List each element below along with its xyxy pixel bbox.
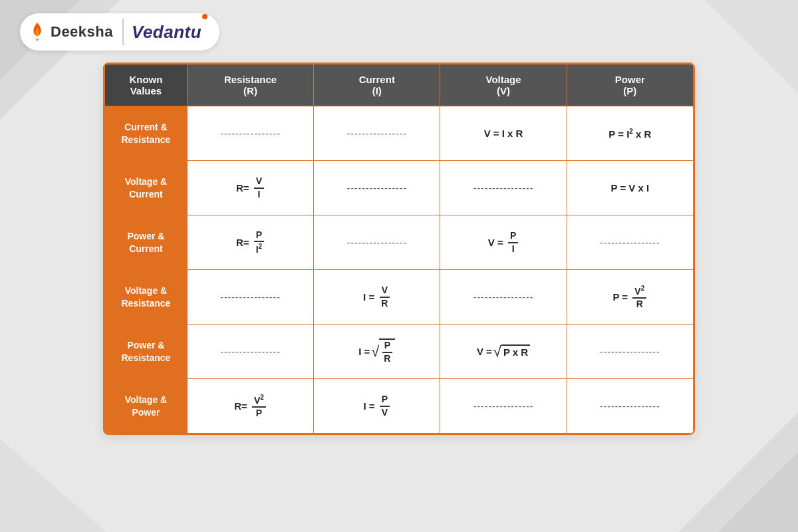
current-cell: I = V R [314,270,440,325]
deeksha-logo: Deeksha [28,21,113,43]
voltage-cell: V = P I [440,215,567,270]
voltage-cell: ---------------- [440,270,567,325]
logo-bar: Deeksha Vedantu [20,13,778,51]
deeksha-text: Deeksha [51,23,113,41]
deeksha-flame-icon [28,21,47,43]
table-row: Power &Current R= P I2 ---------------- [105,215,694,270]
known-values-cell: Power &Current [105,215,188,270]
known-values-cell: Voltage &Current [105,161,188,215]
resistance-cell: ---------------- [187,106,313,161]
known-values-cell: Voltage &Resistance [105,270,188,325]
resistance-cell: R= V I [187,161,313,215]
table-row: Voltage &Resistance ---------------- I =… [105,270,694,325]
known-values-cell: Voltage &Power [105,379,188,434]
resistance-cell: ---------------- [187,270,313,325]
voltage-cell: V = I x R [440,106,567,161]
vedantu-dot-icon [202,14,207,19]
resistance-cell: R= V2 P [187,379,313,434]
header-resistance: Resistance(R) [187,65,313,106]
header-power: Power(P) [567,65,693,106]
current-cell: ---------------- [314,106,440,161]
known-values-cell: Current &Resistance [105,106,188,161]
power-cell: P = V2 R [567,270,693,325]
power-cell: P = V x I [567,161,693,215]
formula-table-wrapper: KnownValues Resistance(R) Current(I) Vol… [103,63,695,435]
page-wrapper: Deeksha Vedantu KnownValues Resistance(R… [0,0,798,532]
voltage-cell: ---------------- [440,161,567,215]
power-cell: ---------------- [567,325,693,379]
formula-table: KnownValues Resistance(R) Current(I) Vol… [104,64,694,434]
current-cell: ---------------- [314,161,440,215]
voltage-cell: V = √ P x R [440,325,567,379]
header-current: Current(I) [314,65,440,106]
logo-container: Deeksha Vedantu [20,13,219,51]
table-header-row: KnownValues Resistance(R) Current(I) Vol… [105,65,694,106]
power-cell: P = I2 x R [567,106,693,161]
logo-divider [122,19,124,45]
current-cell: ---------------- [314,215,440,270]
voltage-cell: ---------------- [440,379,567,434]
vedantu-text: Vedantu [132,22,201,43]
table-row: Voltage &Power R= V2 P I = [105,379,694,434]
known-values-cell: Power &Resistance [105,325,188,379]
table-row: Power &Resistance ---------------- I = √ [105,325,694,379]
resistance-cell: R= P I2 [187,215,313,270]
table-row: Voltage &Current R= V I ---------------- [105,161,694,215]
vedantu-logo: Vedantu [132,22,207,43]
power-cell: ---------------- [567,379,693,434]
resistance-cell: ---------------- [187,325,313,379]
header-known-values: KnownValues [105,65,188,106]
table-row: Current &Resistance ---------------- ---… [105,106,694,161]
power-cell: ---------------- [567,215,693,270]
header-voltage: Voltage(V) [440,65,567,106]
current-cell: I = √ P R [314,325,440,379]
current-cell: I = P V [314,379,440,434]
